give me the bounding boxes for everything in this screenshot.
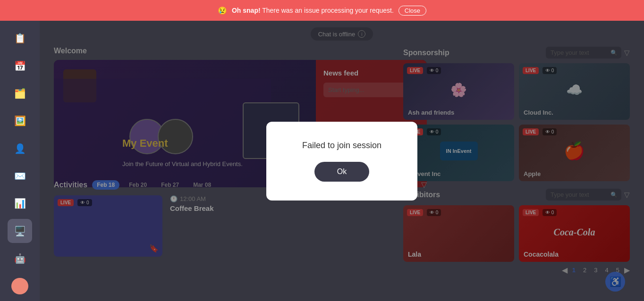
error-banner: 😢 Oh snap! There was an issue processing… xyxy=(0,0,644,21)
sidebar-item-mail[interactable]: ✉️ xyxy=(8,164,32,188)
sidebar-item-person[interactable]: 👤 xyxy=(8,136,32,160)
error-emoji: 😢 xyxy=(218,6,227,15)
modal-dialog: Failed to join session Ok xyxy=(266,122,417,201)
sidebar-item-clipboard[interactable]: 📋 xyxy=(8,26,32,50)
sidebar-item-folder[interactable]: 🗂️ xyxy=(8,82,32,105)
banner-close-button[interactable]: Close xyxy=(398,6,426,16)
main-content: Chat is offline i Welcome My Event Joi xyxy=(40,21,644,301)
sidebar-item-chart[interactable]: 📊 xyxy=(8,192,32,215)
sidebar-item-bot[interactable]: 🤖 xyxy=(8,247,32,270)
sidebar-item-monitor[interactable]: 🖥️ xyxy=(8,219,32,242)
error-text: Oh snap! There was an issue processing y… xyxy=(232,7,394,14)
modal-ok-button[interactable]: Ok xyxy=(314,162,369,182)
sidebar-item-calendar[interactable]: 📅 xyxy=(8,54,32,77)
sidebar: 📋 📅 🗂️ 🖼️ 👤 ✉️ 📊 🖥️ 🤖 xyxy=(0,21,40,301)
modal-title: Failed to join session xyxy=(302,141,381,150)
modal-overlay: Failed to join session Ok xyxy=(40,21,644,301)
sidebar-avatar[interactable] xyxy=(11,278,28,294)
sidebar-item-image[interactable]: 🖼️ xyxy=(8,109,32,133)
